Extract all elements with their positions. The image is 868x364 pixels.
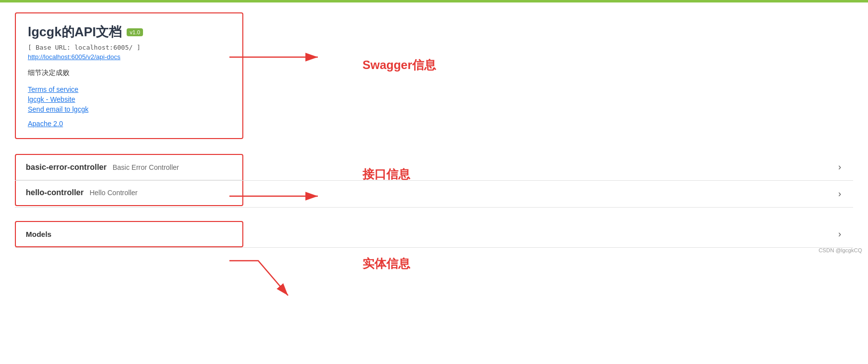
- models-full-row[interactable]: ›: [15, 221, 853, 248]
- watermark: CSDN @lgcgkCQ: [818, 247, 862, 253]
- chevron-icon-models: ›: [838, 229, 841, 239]
- api-title-text: lgcgk的API文档: [28, 23, 122, 41]
- controllers-annotation: 接口信息: [362, 166, 410, 182]
- api-title: lgcgk的API文档 v1.0: [28, 23, 230, 41]
- models-section: Models › 实体信息: [15, 221, 853, 247]
- api-docs-link[interactable]: http://localhost:6005/v2/api-docs: [28, 53, 230, 61]
- version-badge: v1.0: [127, 28, 143, 36]
- controller-full-row-0[interactable]: ›: [15, 154, 853, 181]
- website-link[interactable]: lgcgk - Website: [28, 95, 230, 103]
- terms-of-service-link[interactable]: Terms of service: [28, 85, 230, 93]
- main-content: lgcgk的API文档 v1.0 [ Base URL: localhost:6…: [0, 2, 868, 257]
- license-link[interactable]: Apache 2.0: [28, 120, 63, 128]
- models-annotation: 实体信息: [362, 256, 410, 272]
- chevron-icon-0: ›: [838, 162, 841, 172]
- info-links: Terms of service lgcgk - Website Send em…: [28, 85, 230, 113]
- models-full-width: ›: [15, 221, 853, 248]
- api-description: 细节决定成败: [28, 69, 230, 77]
- controllers-full-width: › ›: [15, 154, 853, 208]
- swagger-annotation: Swagger信息: [362, 57, 436, 73]
- email-link[interactable]: Send email to lgcgk: [28, 105, 230, 113]
- controller-full-row-1[interactable]: ›: [15, 181, 853, 208]
- swagger-info-card: lgcgk的API文档 v1.0 [ Base URL: localhost:6…: [15, 12, 243, 139]
- controllers-section: basic-error-controller Basic Error Contr…: [15, 154, 853, 206]
- base-url: [ Base URL: localhost:6005/ ]: [28, 44, 230, 51]
- chevron-icon-1: ›: [838, 189, 841, 199]
